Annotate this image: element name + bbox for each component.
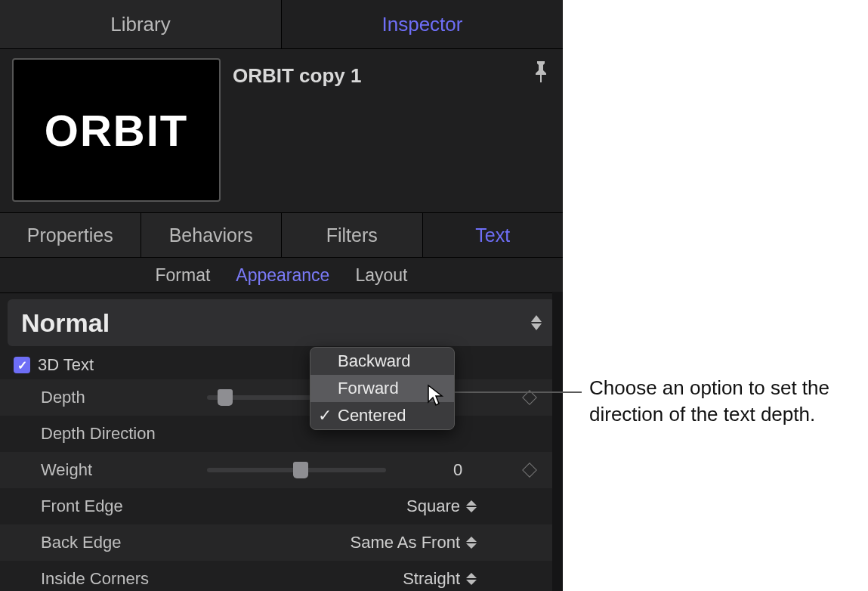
object-thumbnail: ORBIT	[12, 58, 221, 202]
chevron-updown-icon	[466, 537, 477, 549]
slider-thumb-icon	[218, 389, 233, 406]
value-front-edge: Square	[406, 497, 460, 516]
checkbox-3d-text[interactable]: ✓	[14, 357, 30, 373]
parameter-list: Depth Depth Direction Weight 0	[0, 379, 563, 591]
menu-item-centered-label: Centered	[338, 406, 406, 425]
annotation-text: Choose an option to set the direction of…	[589, 375, 854, 428]
row-back-edge: Back Edge Same As Front	[0, 524, 563, 561]
popup-stepper-icon	[531, 315, 542, 330]
slider-thumb-icon	[293, 462, 308, 478]
segment-format[interactable]: Format	[156, 265, 211, 286]
select-inside-corners[interactable]: Straight	[192, 569, 545, 589]
select-back-edge[interactable]: Same As Front	[192, 533, 545, 552]
object-title: ORBIT copy 1	[233, 58, 361, 202]
value-inside-corners: Straight	[403, 569, 460, 589]
tab-library[interactable]: Library	[0, 0, 281, 48]
segment-layout[interactable]: Layout	[355, 265, 407, 286]
keyframe-depth[interactable]	[514, 392, 545, 403]
row-depth: Depth	[0, 379, 563, 416]
pin-icon[interactable]	[533, 61, 549, 85]
label-depth: Depth	[41, 388, 192, 407]
select-front-edge[interactable]: Square	[192, 497, 545, 516]
value-back-edge: Same As Front	[350, 533, 460, 552]
label-back-edge: Back Edge	[41, 533, 192, 552]
section-3d-text: ✓ 3D Text	[0, 346, 563, 379]
tab-properties[interactable]: Properties	[0, 213, 141, 257]
scrollbar[interactable]	[552, 292, 563, 591]
menu-item-backward[interactable]: Backward	[310, 348, 454, 375]
segment-appearance[interactable]: Appearance	[236, 265, 329, 286]
chevron-updown-icon	[466, 573, 477, 585]
sub-tab-bar: Properties Behaviors Filters Text	[0, 212, 563, 258]
label-depth-direction: Depth Direction	[41, 424, 192, 444]
tab-inspector[interactable]: Inspector	[282, 0, 563, 48]
style-preset-popup[interactable]: Normal	[8, 299, 555, 346]
row-front-edge: Front Edge Square	[0, 488, 563, 524]
row-depth-direction: Depth Direction	[0, 416, 563, 452]
tab-text[interactable]: Text	[423, 213, 564, 257]
text-segmented-control: Format Appearance Layout	[0, 258, 563, 293]
chevron-updown-icon	[466, 500, 477, 512]
keyframe-weight[interactable]	[514, 465, 545, 475]
value-weight[interactable]: 0	[401, 460, 514, 480]
checkmark-icon: ✓	[318, 406, 332, 425]
cursor-icon	[427, 384, 446, 410]
slider-weight[interactable]	[207, 468, 386, 472]
row-inside-corners: Inside Corners Straight	[0, 561, 563, 591]
label-inside-corners: Inside Corners	[41, 569, 192, 589]
label-weight: Weight	[41, 460, 192, 480]
style-preset-label: Normal	[21, 308, 110, 338]
inspector-header: ORBIT ORBIT copy 1	[0, 49, 563, 202]
tab-filters[interactable]: Filters	[282, 213, 423, 257]
inspector-panel: Library Inspector ORBIT ORBIT copy 1 Pro…	[0, 0, 563, 591]
label-front-edge: Front Edge	[41, 497, 192, 516]
row-weight: Weight 0	[0, 452, 563, 488]
tab-behaviors[interactable]: Behaviors	[141, 213, 283, 257]
section-3d-text-label: 3D Text	[38, 355, 94, 375]
thumbnail-text: ORBIT	[45, 105, 188, 156]
annotation-line	[453, 391, 582, 393]
top-tab-bar: Library Inspector	[0, 0, 563, 49]
